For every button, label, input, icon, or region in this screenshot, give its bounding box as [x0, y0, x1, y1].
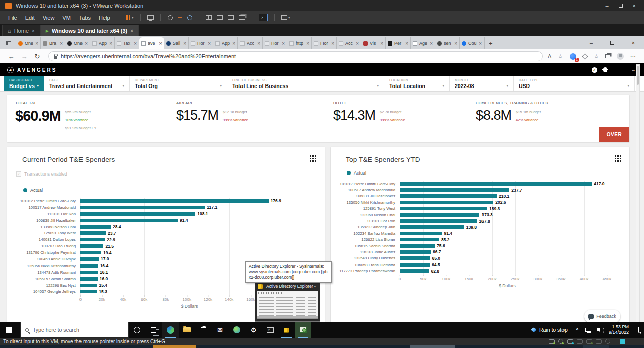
browser-tab[interactable]: Age× — [411, 37, 435, 49]
taskbar-clock[interactable]: 1:53 PM 9/14/2022 — [605, 322, 633, 338]
filter-location[interactable]: LOCATIONTotal Location▾ — [384, 76, 450, 91]
unity-mode-button[interactable] — [239, 15, 245, 20]
forward-button[interactable]: → — [18, 53, 30, 60]
bar[interactable] — [400, 263, 430, 267]
menu-vm[interactable]: VM — [58, 13, 75, 22]
revert-snapshot-button[interactable] — [178, 17, 182, 18]
bar-row[interactable]: 125891 Tony West189.3 — [339, 206, 621, 212]
bar[interactable] — [80, 277, 98, 281]
menu-help[interactable]: Help — [95, 13, 114, 22]
bar[interactable] — [80, 257, 99, 261]
browser-tab[interactable]: Hor× — [263, 37, 287, 49]
bar[interactable] — [80, 290, 97, 293]
bar[interactable] — [400, 194, 497, 198]
bar-row[interactable]: 133968 Nelson Chai173.3 — [339, 212, 621, 218]
tab-close-icon[interactable]: × — [331, 41, 334, 46]
bar[interactable] — [400, 244, 435, 248]
bar[interactable] — [80, 231, 106, 235]
bar-row[interactable]: 106058 Frans Hiemstra64.5 — [339, 262, 621, 268]
vm-tab-windows10[interactable]: ▶ Windows 10 and later x64 (3) × — [40, 25, 139, 36]
browser-tab[interactable]: Per× — [386, 37, 411, 49]
bar[interactable] — [80, 251, 101, 254]
grid-icon[interactable] — [615, 155, 621, 162]
browser-tab[interactable]: App× — [90, 37, 115, 49]
menu-edit[interactable]: Edit — [21, 13, 39, 22]
preview-thumbnail[interactable] — [257, 291, 318, 319]
tab-close-icon[interactable]: × — [183, 41, 186, 46]
search-input[interactable]: Type here to search — [20, 322, 129, 338]
browser-tab[interactable]: Hor× — [189, 37, 213, 49]
browser-close-button[interactable]: × — [623, 40, 644, 46]
tab-close-icon[interactable]: × — [232, 41, 235, 46]
start-button[interactable] — [0, 322, 20, 338]
browser-tab[interactable]: Cou× — [460, 37, 485, 49]
bar-row[interactable]: 100517 Andrew Macdonald237.7 — [339, 187, 621, 193]
bar[interactable] — [80, 264, 98, 268]
display-device-icon[interactable] — [596, 339, 602, 344]
collections-icon[interactable]: ☆ — [594, 53, 599, 60]
tab-close-icon[interactable]: × — [130, 28, 133, 34]
take-snapshot-button[interactable] — [168, 15, 173, 20]
bar[interactable] — [80, 199, 269, 203]
bar[interactable] — [400, 238, 439, 241]
browser-tab[interactable]: Tax× — [115, 37, 139, 49]
url-text[interactable]: https://avengers.uberinternal.com/bva/Tr… — [61, 53, 236, 59]
manage-snapshots-button[interactable] — [187, 15, 192, 20]
bar[interactable] — [80, 238, 105, 241]
cortana-button[interactable] — [129, 322, 145, 338]
bar[interactable] — [80, 225, 111, 229]
browser-tab[interactable]: App× — [213, 37, 238, 49]
taskbar-explorer-button[interactable] — [179, 322, 195, 338]
fullscreen-button[interactable]: ▾ — [281, 15, 290, 20]
bar[interactable] — [400, 225, 464, 229]
browser-tab[interactable]: sen× — [435, 37, 460, 49]
bar-row[interactable]: 113101 Lior Ron108.1 — [15, 211, 316, 217]
bar-row[interactable]: 101012 Pierre Dimitri Gore-Coty176.9 — [15, 198, 316, 204]
bug-report-icon[interactable] — [603, 67, 607, 72]
browser-tab[interactable]: Bra× — [41, 37, 65, 49]
action-center-button[interactable] — [633, 322, 644, 338]
back-button[interactable]: ← — [5, 53, 17, 60]
refresh-button[interactable]: ↻ — [31, 53, 43, 60]
tab-close-icon[interactable]: × — [32, 28, 35, 34]
network-adapter-device-icon[interactable] — [567, 339, 573, 344]
close-button[interactable]: × — [633, 3, 636, 9]
virtual-console-button[interactable]: >_ — [259, 14, 268, 21]
browser-tab[interactable]: Sail× — [164, 37, 189, 49]
browser-tab[interactable]: ave× — [139, 37, 164, 49]
taskbar-edge-button[interactable] — [162, 322, 179, 338]
bar-row[interactable]: 126622 Lisa Stoner85.2 — [339, 237, 621, 243]
feedback-button[interactable]: Feedback — [584, 310, 620, 323]
bar-row[interactable]: 100707 Hao Truong21.5 — [15, 243, 316, 249]
bar[interactable] — [400, 250, 431, 254]
printer-device-icon[interactable] — [577, 339, 583, 344]
tab-close-icon[interactable]: × — [257, 41, 260, 46]
fit-guest-button[interactable] — [228, 15, 234, 20]
filter-month[interactable]: MONTH2022-08▾ — [450, 76, 514, 91]
filter-rate-type[interactable]: RATE TYPEUSD▾ — [514, 76, 635, 91]
profile-avatar[interactable] — [617, 53, 624, 60]
bar[interactable] — [400, 182, 592, 186]
favorites-icon[interactable]: ☆ — [558, 53, 563, 60]
show-thumbnail-bar-button[interactable] — [217, 15, 223, 20]
bar[interactable] — [400, 207, 487, 210]
settings-menu-icon[interactable]: ⋯ — [630, 53, 636, 60]
browser-tab[interactable]: One× — [65, 37, 90, 49]
tab-close-icon[interactable]: × — [282, 41, 285, 46]
page-scrollbar[interactable] — [636, 64, 640, 336]
extensions-icon[interactable] — [582, 53, 588, 60]
bar-row[interactable]: 132549 Cindy Hulsebos65.0 — [339, 255, 621, 262]
bar-row[interactable]: 106839 Jill Hazelbaker91.4 — [15, 217, 316, 224]
bar-row[interactable]: 131796 Christophe Peymirat19.4 — [15, 249, 316, 256]
browser-tab[interactable]: Hor× — [312, 37, 337, 49]
browser-tab[interactable]: http× — [287, 37, 312, 49]
send-ctrl-alt-del-button[interactable] — [147, 15, 154, 20]
tab-close-icon[interactable]: × — [306, 41, 309, 46]
menu-file[interactable]: File — [4, 13, 21, 22]
filter-page[interactable]: PAGETravel and Entertainment▾ — [44, 76, 130, 91]
taskbar-store-button[interactable] — [195, 322, 212, 338]
bar-row[interactable]: 101012 Pierre Dimitri Gore-Coty417.0 — [339, 181, 621, 187]
tab-close-icon[interactable]: × — [356, 41, 359, 46]
taskbar-preview-window[interactable]: Active Directory Explorer - ... — [255, 280, 320, 322]
bar[interactable] — [80, 212, 195, 216]
